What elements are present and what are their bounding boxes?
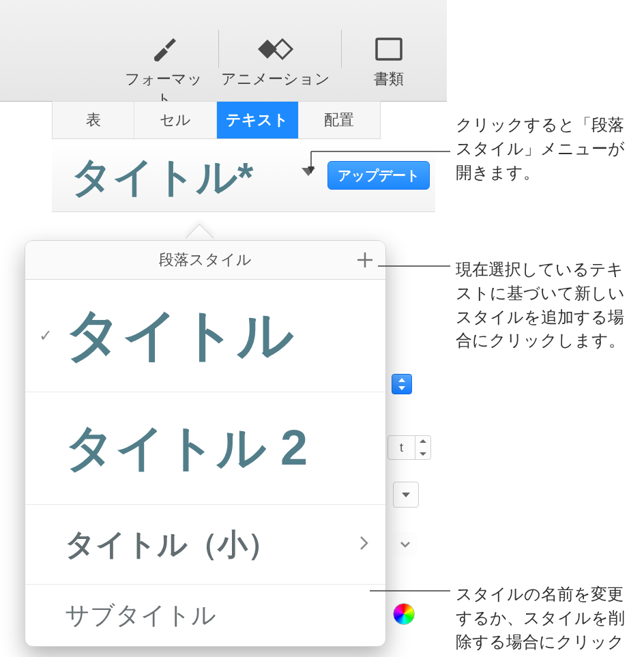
style-item-label: サブタイトル	[65, 599, 216, 632]
callout-add-style: 現在選択しているテキストに基づいて新しいスタイルを追加する場合にクリックします。	[456, 258, 636, 353]
color-well-icon[interactable]	[393, 603, 415, 625]
toolbar-separator	[341, 30, 342, 68]
style-item-label: タイトル	[65, 298, 294, 373]
tab-text[interactable]: テキスト	[217, 102, 299, 138]
inspector-subtabs: 表 セル テキスト 配置	[52, 101, 381, 139]
canvas: フォーマット アニメーション 書類 表 セル テキスト 配置	[0, 0, 644, 657]
style-item-subtitle[interactable]: サブタイトル	[25, 585, 385, 646]
tab-cell[interactable]: セル	[134, 102, 216, 138]
toolbar-document-button[interactable]: 書類	[355, 30, 423, 89]
style-list: ✓ タイトル タイトル 2 タイトル（小） サブタイトル	[25, 280, 385, 646]
toolbar-animation-label: アニメーション	[221, 69, 330, 89]
svg-point-0	[154, 56, 160, 61]
inspector-toolbar: フォーマット アニメーション 書類	[0, 0, 447, 102]
background-stepper[interactable]: t	[387, 435, 431, 460]
toolbar-animation-button[interactable]: アニメーション	[221, 30, 330, 89]
diamond-icon	[221, 30, 330, 68]
paragraph-styles-popover: 段落スタイル ✓ タイトル タイトル 2 タイトル（小）	[25, 240, 386, 647]
popover-title: 段落スタイル	[159, 250, 252, 270]
paintbrush-icon	[123, 30, 205, 68]
tab-arrange[interactable]: 配置	[299, 102, 380, 138]
current-style-name[interactable]: タイトル*	[71, 150, 253, 205]
tab-table[interactable]: 表	[53, 102, 134, 138]
stepper-arrows-icon[interactable]	[415, 436, 430, 459]
background-disclosure-chevron-icon[interactable]	[393, 532, 418, 557]
callout-open-menu: クリックすると「段落スタイル」メニューが開きます。	[456, 113, 636, 184]
paragraph-style-header: タイトル* アップデート	[52, 142, 435, 212]
update-style-label: アップデート	[338, 166, 420, 185]
toolbar-separator	[218, 30, 219, 68]
style-item-title-2[interactable]: タイトル 2	[25, 392, 385, 505]
callout-rename-delete: スタイルの名前を変更するか、スタイルを削除する場合にクリックします。	[456, 583, 636, 657]
popover-header: 段落スタイル	[25, 241, 385, 280]
chevron-right-icon[interactable]	[360, 536, 369, 553]
style-item-title[interactable]: ✓ タイトル	[25, 280, 385, 392]
style-menu-chevron-icon[interactable]	[302, 168, 315, 176]
style-item-label: タイトル 2	[65, 415, 308, 481]
plus-icon	[356, 251, 374, 269]
svg-rect-1	[377, 39, 401, 59]
background-dropdown-button[interactable]	[392, 374, 412, 394]
background-stepper-value: t	[388, 441, 415, 455]
add-style-button[interactable]	[355, 250, 375, 269]
update-style-button[interactable]: アップデート	[327, 161, 430, 190]
style-item-label: タイトル（小）	[65, 525, 278, 565]
background-select[interactable]	[393, 482, 419, 508]
toolbar-format-button[interactable]: フォーマット	[123, 30, 205, 110]
document-icon	[355, 30, 423, 68]
checkmark-icon: ✓	[39, 326, 53, 345]
style-item-title-small[interactable]: タイトル（小）	[25, 505, 385, 585]
toolbar-document-label: 書類	[355, 69, 423, 89]
